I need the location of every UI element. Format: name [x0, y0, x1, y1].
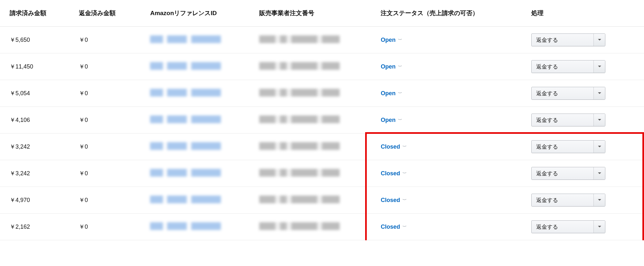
- billed-amount: ￥3,242: [0, 160, 69, 187]
- status-text: Closed: [381, 197, 400, 204]
- table-header-row: 請求済み金額 返金済み金額 AmazonリファレンスID 販売事業者注文番号 注…: [0, 0, 644, 27]
- redacted-reference-id: [150, 222, 221, 230]
- chevron-down-icon: ﹀: [398, 92, 402, 95]
- status-link[interactable]: Open﹀: [381, 90, 402, 97]
- redacted-order-number: [259, 222, 340, 230]
- col-header-action: 処理: [522, 0, 644, 27]
- status-text: Open: [381, 37, 395, 43]
- dropdown-caret-icon: [593, 34, 605, 46]
- refund-action-dropdown[interactable]: 返金する: [531, 33, 605, 46]
- status-link[interactable]: Closed﹀: [381, 197, 407, 204]
- status-text: Closed: [381, 224, 400, 230]
- reference-id-cell: [140, 80, 250, 107]
- refunded-amount: ￥0: [69, 80, 140, 107]
- redacted-reference-id: [150, 196, 221, 203]
- status-text: Closed: [381, 143, 400, 150]
- refund-action-dropdown[interactable]: 返金する: [531, 140, 605, 153]
- redacted-order-number: [259, 196, 340, 203]
- action-label: 返金する: [532, 141, 563, 153]
- table-row: ￥5,054￥0Open﹀返金する: [0, 80, 644, 107]
- col-header-refunded: 返金済み金額: [69, 0, 140, 27]
- action-cell: 返金する: [522, 53, 644, 80]
- redacted-order-number: [259, 169, 340, 177]
- action-cell: 返金する: [522, 27, 644, 53]
- dropdown-caret-icon: [593, 60, 605, 73]
- reference-id-cell: [140, 187, 250, 214]
- chevron-down-icon: ﹀: [402, 225, 407, 229]
- merchant-order-cell: [250, 160, 371, 187]
- merchant-order-cell: [250, 80, 371, 107]
- table-row: ￥2,162￥0Closed﹀返金する: [0, 214, 644, 240]
- action-label: 返金する: [532, 87, 563, 99]
- redacted-order-number: [259, 115, 340, 123]
- redacted-reference-id: [150, 89, 221, 96]
- chevron-down-icon: ﹀: [398, 65, 402, 69]
- reference-id-cell: [140, 160, 250, 187]
- redacted-reference-id: [150, 35, 221, 43]
- action-cell: 返金する: [522, 160, 644, 187]
- status-link[interactable]: Open﹀: [381, 117, 402, 124]
- billed-amount: ￥4,106: [0, 107, 69, 133]
- billed-amount: ￥4,970: [0, 187, 69, 214]
- status-text: Open: [381, 117, 395, 124]
- refunded-amount: ￥0: [69, 107, 140, 133]
- reference-id-cell: [140, 27, 250, 53]
- refund-action-dropdown[interactable]: 返金する: [531, 167, 605, 180]
- table-row: ￥3,242￥0Closed﹀返金する: [0, 133, 644, 160]
- status-link[interactable]: Closed﹀: [381, 143, 407, 150]
- table-row: ￥4,970￥0Closed﹀返金する: [0, 187, 644, 214]
- action-label: 返金する: [532, 221, 563, 233]
- refund-action-dropdown[interactable]: 返金する: [531, 60, 605, 73]
- reference-id-cell: [140, 53, 250, 80]
- refunded-amount: ￥0: [69, 27, 140, 53]
- action-label: 返金する: [532, 194, 563, 206]
- billed-amount: ￥11,450: [0, 53, 69, 80]
- status-cell: Open﹀: [371, 27, 522, 53]
- status-cell: Closed﹀: [371, 187, 522, 214]
- reference-id-cell: [140, 133, 250, 160]
- reference-id-cell: [140, 214, 250, 240]
- merchant-order-cell: [250, 107, 371, 133]
- redacted-order-number: [259, 142, 340, 150]
- orders-table: 請求済み金額 返金済み金額 AmazonリファレンスID 販売事業者注文番号 注…: [0, 0, 644, 240]
- dropdown-caret-icon: [593, 194, 605, 206]
- refunded-amount: ￥0: [69, 160, 140, 187]
- dropdown-caret-icon: [593, 87, 605, 99]
- orders-table-wrap: 請求済み金額 返金済み金額 AmazonリファレンスID 販売事業者注文番号 注…: [0, 0, 644, 240]
- refund-action-dropdown[interactable]: 返金する: [531, 194, 605, 206]
- status-link[interactable]: Open﹀: [381, 37, 402, 43]
- status-link[interactable]: Open﹀: [381, 63, 402, 70]
- dropdown-caret-icon: [593, 114, 605, 126]
- redacted-reference-id: [150, 62, 221, 70]
- chevron-down-icon: ﹀: [398, 118, 402, 122]
- refund-action-dropdown[interactable]: 返金する: [531, 114, 605, 126]
- chevron-down-icon: ﹀: [402, 198, 407, 202]
- table-row: ￥5,650￥0Open﹀返金する: [0, 27, 644, 53]
- col-header-status: 注文ステータス（売上請求の可否）: [371, 0, 522, 27]
- redacted-order-number: [259, 62, 340, 70]
- status-cell: Closed﹀: [371, 214, 522, 240]
- status-link[interactable]: Closed﹀: [381, 170, 407, 177]
- action-label: 返金する: [532, 60, 563, 73]
- status-link[interactable]: Closed﹀: [381, 224, 407, 230]
- dropdown-caret-icon: [593, 167, 605, 179]
- action-label: 返金する: [532, 167, 563, 179]
- billed-amount: ￥5,054: [0, 80, 69, 107]
- merchant-order-cell: [250, 214, 371, 240]
- table-row: ￥3,242￥0Closed﹀返金する: [0, 160, 644, 187]
- refund-action-dropdown[interactable]: 返金する: [531, 220, 605, 233]
- reference-id-cell: [140, 107, 250, 133]
- col-header-reference: AmazonリファレンスID: [140, 0, 250, 27]
- merchant-order-cell: [250, 133, 371, 160]
- dropdown-caret-icon: [593, 141, 605, 153]
- action-cell: 返金する: [522, 133, 644, 160]
- redacted-reference-id: [150, 142, 221, 150]
- action-cell: 返金する: [522, 187, 644, 214]
- status-cell: Closed﹀: [371, 133, 522, 160]
- col-header-billed: 請求済み金額: [0, 0, 69, 27]
- refund-action-dropdown[interactable]: 返金する: [531, 87, 605, 100]
- status-text: Open: [381, 63, 395, 70]
- action-cell: 返金する: [522, 107, 644, 133]
- redacted-reference-id: [150, 115, 221, 123]
- merchant-order-cell: [250, 187, 371, 214]
